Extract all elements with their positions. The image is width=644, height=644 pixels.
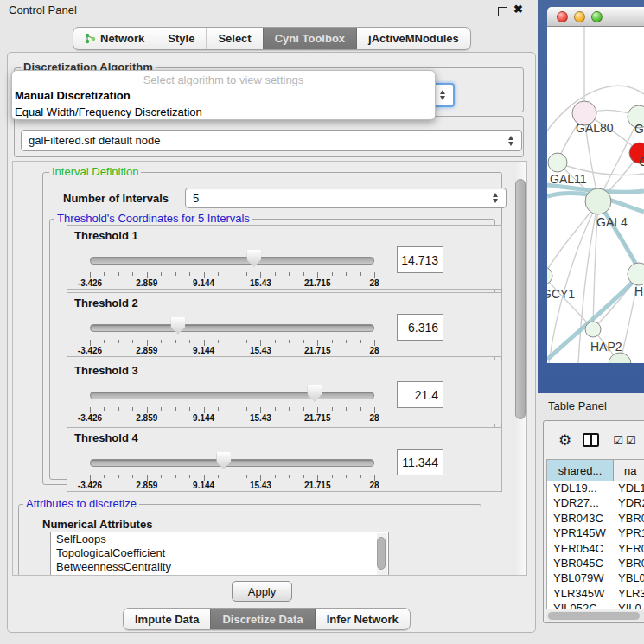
dropdown-hint: Select algorithm to view settings <box>12 71 435 87</box>
slider-thumb[interactable] <box>307 385 322 402</box>
tick-mark <box>374 272 375 278</box>
table-toolbar: ⚙ ☑ ☑ <box>544 421 644 459</box>
tick-mark <box>204 407 205 413</box>
table-row[interactable]: YBR045CYBR0 <box>547 557 644 571</box>
table-hscrollbar[interactable] <box>546 611 644 621</box>
tick-mark <box>260 407 261 413</box>
threshold-value-field[interactable] <box>397 246 443 273</box>
table-row[interactable]: YBL079WYBL0 <box>547 571 644 586</box>
threshold-slider[interactable]: -3.4262.8599.14415.4321.71528 <box>90 314 374 354</box>
table-row[interactable]: YIL052CYIL0 <box>547 602 644 609</box>
tick-mark <box>189 407 190 411</box>
dropdown-option-equal-width-frequency-discretization[interactable]: Equal Width/Frequency Discretization <box>12 104 435 120</box>
tick-mark <box>90 475 91 481</box>
attribute-item-selfloops[interactable]: SelfLoops <box>51 532 388 546</box>
table-row[interactable]: YDR27...YDR2 <box>547 496 644 511</box>
tick-label: 15.43 <box>250 413 271 423</box>
tick-label: -3.426 <box>78 481 102 490</box>
network-node[interactable] <box>547 267 552 284</box>
app-root: Control Panel ✖ NetworkStyleSelectCyni T… <box>0 0 644 644</box>
network-node[interactable] <box>585 188 611 214</box>
combo-arrows-icon <box>504 136 518 146</box>
column-header-na[interactable]: na <box>614 460 644 481</box>
tick-mark <box>332 475 333 478</box>
panel-scrollbar-thumb[interactable] <box>515 179 526 419</box>
tick-mark <box>346 475 347 478</box>
threshold-slider[interactable]: -3.4262.8599.14415.4321.71528 <box>90 381 374 421</box>
network-node[interactable] <box>548 153 567 172</box>
close-icon[interactable]: ✖ <box>513 3 523 16</box>
tick-mark <box>374 340 375 346</box>
close-traffic-light-icon[interactable] <box>557 11 568 22</box>
float-window-icon[interactable] <box>498 7 507 16</box>
table-hscrollbar-thumb[interactable] <box>548 612 640 620</box>
tick-mark <box>360 340 361 343</box>
tick-mark <box>275 407 276 411</box>
slider-track[interactable] <box>90 392 374 399</box>
apply-button[interactable]: Apply <box>232 581 292 602</box>
threshold-value-field[interactable] <box>397 381 443 408</box>
table-cell: YER054C <box>547 542 614 557</box>
minimize-traffic-light-icon[interactable] <box>574 11 585 22</box>
network-window-titlebar[interactable] <box>547 7 644 27</box>
zoom-traffic-light-icon[interactable] <box>591 11 603 22</box>
tab-jactivemnodules[interactable]: jActiveMNodules <box>356 28 470 49</box>
network-node[interactable] <box>609 353 631 363</box>
tab-select[interactable]: Select <box>206 28 262 49</box>
attribute-item-topologicalcoefficient[interactable]: TopologicalCoefficient <box>51 546 388 560</box>
tick-mark <box>233 407 233 411</box>
slider-thumb[interactable] <box>170 317 185 335</box>
tick-label: 2.859 <box>136 413 157 423</box>
table-data-combobox[interactable]: galFiltered.sif default node <box>21 130 522 151</box>
tick-mark <box>147 407 148 413</box>
combo-arrows-icon <box>436 90 450 100</box>
table-row[interactable]: YBR043CYBR0 <box>547 512 644 526</box>
slider-thumb[interactable] <box>216 452 231 469</box>
tick-mark <box>346 272 347 276</box>
tab-style[interactable]: Style <box>156 28 206 49</box>
table-cell: YBR0 <box>614 512 644 526</box>
slider-track[interactable] <box>90 257 374 265</box>
slider-thumb[interactable] <box>246 250 261 267</box>
network-canvas[interactable]: GAL80GCGAL11GAL4GCY1HHAP2 <box>547 27 644 363</box>
tick-label: 28 <box>369 346 379 355</box>
column-header-shared-[interactable]: shared... <box>547 460 614 481</box>
list-scrollbar[interactable] <box>377 533 387 576</box>
tab-discretize-data[interactable]: Discretize Data <box>210 609 314 629</box>
checkbox-icon[interactable]: ☑ <box>613 434 623 447</box>
split-columns-icon[interactable] <box>583 433 599 447</box>
network-node-label: G <box>634 122 644 136</box>
slider-track[interactable] <box>90 324 374 332</box>
threshold-slider[interactable]: -3.4262.8599.14415.4321.71528 <box>90 449 374 488</box>
network-node[interactable] <box>585 322 601 337</box>
table-row[interactable]: YER054CYER0 <box>547 542 644 557</box>
tick-mark <box>175 407 176 411</box>
threshold-label: Threshold 3 <box>74 364 138 377</box>
num-intervals-combobox[interactable]: 5 <box>185 188 507 208</box>
tab-impute-data[interactable]: Impute Data <box>124 609 210 629</box>
table-row[interactable]: YPR145WYPR1 <box>547 526 644 541</box>
slider-track[interactable] <box>90 459 374 467</box>
dropdown-option-manual-discretization[interactable]: Manual Discretization <box>12 87 435 104</box>
attribute-item-betweennesscentrality[interactable]: BetweennessCentrality <box>51 560 388 574</box>
tick-mark <box>175 340 176 343</box>
checkbox-icon[interactable]: ☑ <box>626 434 636 447</box>
network-node-label: GAL4 <box>596 215 628 229</box>
threshold-slider[interactable]: -3.4262.8599.14415.4321.71528 <box>90 246 374 286</box>
table-row[interactable]: YDL19...YDL1 <box>547 481 644 496</box>
tick-mark <box>132 475 133 478</box>
tab-label: jActiveMNodules <box>368 32 459 45</box>
tick-mark <box>303 340 304 343</box>
tick-label: -3.426 <box>78 346 102 355</box>
tab-network[interactable]: Network <box>73 28 156 49</box>
tab-cyni-toolbox[interactable]: Cyni Toolbox <box>263 28 356 49</box>
gear-icon[interactable]: ⚙ <box>558 433 571 448</box>
tab-infer-network[interactable]: Infer Network <box>315 609 410 629</box>
tick-mark <box>204 475 205 481</box>
table-row[interactable]: YLR345WYLR3 <box>547 587 644 602</box>
threshold-value-field[interactable] <box>397 449 443 475</box>
panel-scrollbar[interactable] <box>513 162 526 575</box>
tick-mark <box>289 475 290 478</box>
threshold-value-field[interactable] <box>397 314 443 341</box>
numerical-attributes-list[interactable]: SelfLoopsTopologicalCoefficientBetweenne… <box>50 532 389 576</box>
